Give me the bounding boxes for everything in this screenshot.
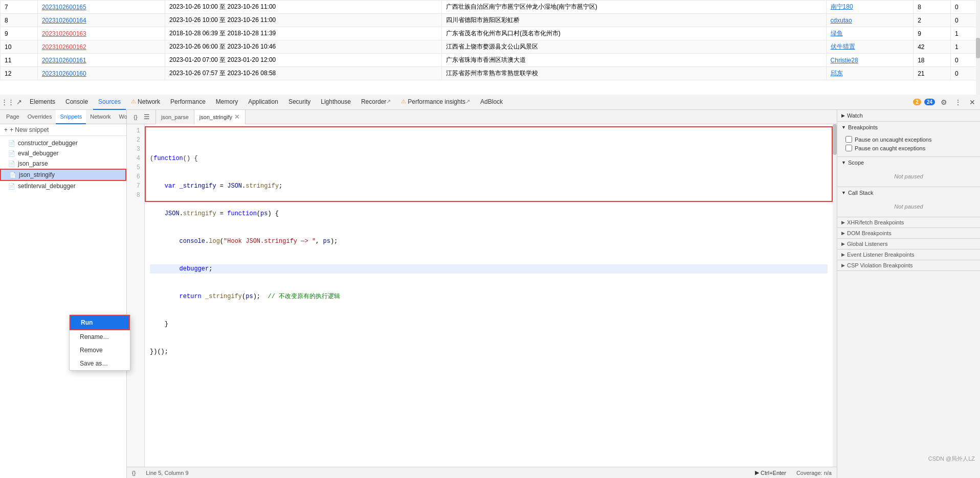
- tab-sources[interactable]: Sources: [93, 95, 126, 95]
- row-col2: 1: [951, 40, 980, 54]
- row-col2: 0: [951, 1, 980, 14]
- row-location: 江西省上饶市婺源县文公山风景区: [441, 40, 826, 54]
- row-num: 8: [1, 14, 38, 27]
- row-user[interactable]: 绿鱼: [826, 27, 914, 40]
- row-location: 广西壮族自治区南宁市邕宁区仲龙小湿地(南宁市邕宁区): [441, 1, 826, 14]
- row-id[interactable]: 2023102600163: [37, 27, 165, 40]
- table-row: 10 2023102600162 2023-10-26 06:00 至 2023…: [1, 40, 980, 54]
- tab-adblock[interactable]: AdBlock: [475, 95, 508, 95]
- row-id[interactable]: 2023102600161: [37, 54, 165, 67]
- row-col1: 21: [914, 67, 951, 80]
- row-col1: 2: [914, 14, 951, 27]
- tab-network[interactable]: ⚠ Network: [126, 95, 165, 95]
- row-location: 江苏省苏州市常熟市常熟世联学校: [441, 67, 826, 80]
- row-time: 2023-10-26 10:00 至 2023-10-26 11:00: [165, 14, 442, 27]
- row-id[interactable]: 2023102600165: [37, 1, 165, 14]
- row-num: 11: [1, 54, 38, 67]
- table-row: 12 2023102600160 2023-10-26 07:57 至 2023…: [1, 67, 980, 80]
- row-time: 2023-10-26 10:00 至 2023-10-26 11:00: [165, 1, 442, 14]
- row-col2: 0: [951, 54, 980, 67]
- scrollbar-thumb[interactable]: [976, 38, 980, 58]
- data-table-wrapper: 7 2023102600165 2023-10-26 10:00 至 2023-…: [0, 0, 980, 95]
- row-col1: 9: [914, 27, 951, 40]
- row-location: 广东省珠海市香洲区珙澳大道: [441, 54, 826, 67]
- row-col1: 42: [914, 40, 951, 54]
- tab-elements[interactable]: Elements: [25, 95, 60, 95]
- tab-performance[interactable]: Performance: [165, 95, 211, 95]
- row-col1: 8: [914, 1, 951, 14]
- row-id[interactable]: 2023102600162: [37, 40, 165, 54]
- tab-security[interactable]: Security: [283, 95, 316, 95]
- row-time: 2023-01-20 07:00 至 2023-01-20 12:00: [165, 54, 442, 67]
- tab-console[interactable]: Console: [60, 95, 93, 95]
- table-row: 9 2023102600163 2018-10-28 06:39 至 2018-…: [1, 27, 980, 40]
- row-time: 2023-10-26 07:57 至 2023-10-26 08:58: [165, 67, 442, 80]
- row-id[interactable]: 2023102600164: [37, 14, 165, 27]
- row-col1: 18: [914, 54, 951, 67]
- data-table: 7 2023102600165 2023-10-26 10:00 至 2023-…: [0, 0, 980, 80]
- row-num: 9: [1, 27, 38, 40]
- table-row: 11 2023102600161 2023-01-20 07:00 至 2023…: [1, 54, 980, 67]
- row-user[interactable]: 南宁180: [826, 1, 914, 14]
- table-scrollbar[interactable]: [976, 0, 980, 95]
- table-row: 8 2023102600164 2023-10-26 10:00 至 2023-…: [1, 14, 980, 27]
- row-id[interactable]: 2023102600160: [37, 67, 165, 80]
- row-user[interactable]: cdxutao: [826, 14, 914, 27]
- tab-performance-insights[interactable]: ⚠ Performance insights ↗: [396, 95, 475, 95]
- row-num: 12: [1, 67, 38, 80]
- tab-lighthouse[interactable]: Lighthouse: [316, 95, 356, 95]
- table-row: 7 2023102600165 2023-10-26 10:00 至 2023-…: [1, 1, 980, 14]
- row-location: 广东省茂名市化州市风口村(茂名市化州市): [441, 27, 826, 40]
- row-user[interactable]: 伏牛猎置: [826, 40, 914, 54]
- tab-recorder[interactable]: Recorder ↗: [356, 95, 396, 95]
- tab-memory[interactable]: Memory: [211, 95, 243, 95]
- row-col2: 1: [951, 27, 980, 40]
- row-time: 2023-10-26 06:00 至 2023-10-26 10:46: [165, 40, 442, 54]
- row-col2: 0: [951, 14, 980, 27]
- tab-application[interactable]: Application: [243, 95, 283, 95]
- row-location: 四川省德阳市旌阳区彩虹桥: [441, 14, 826, 27]
- row-num: 7: [1, 1, 38, 14]
- row-num: 10: [1, 40, 38, 54]
- row-user[interactable]: Christie28: [826, 54, 914, 67]
- row-col2: 0: [951, 67, 980, 80]
- row-user[interactable]: 邱东: [826, 67, 914, 80]
- row-time: 2018-10-28 06:39 至 2018-10-28 11:39: [165, 27, 442, 40]
